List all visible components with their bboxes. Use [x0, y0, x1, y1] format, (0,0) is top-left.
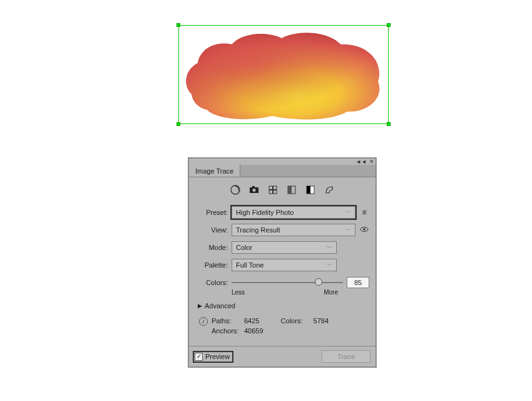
svg-rect-11 — [307, 186, 310, 194]
view-label: View: — [195, 226, 228, 234]
chevron-down-icon: ﹀ — [345, 209, 351, 217]
grayscale-icon[interactable] — [285, 184, 298, 196]
svg-rect-9 — [288, 186, 292, 194]
colors-slider[interactable] — [232, 277, 343, 288]
svg-point-13 — [363, 228, 366, 231]
outline-icon[interactable] — [323, 184, 335, 196]
preview-checkbox[interactable]: ✓ Preview — [194, 352, 232, 362]
collapse-icon[interactable]: ◄◄ — [356, 159, 367, 165]
close-icon[interactable]: ✕ — [369, 159, 374, 165]
chevron-down-icon: ﹀ — [327, 261, 332, 269]
trace-stats: i Paths:6425 Anchors:40659 Colors:5784 — [195, 313, 369, 342]
mode-label: Mode: — [195, 244, 228, 251]
selected-artwork[interactable] — [178, 25, 389, 124]
colors-input[interactable]: 85 — [347, 277, 369, 288]
preset-menu-icon[interactable]: ≡ — [359, 208, 369, 217]
svg-rect-5 — [274, 186, 277, 190]
panel-tabs: Image Trace — [189, 165, 376, 177]
selection-handle[interactable] — [176, 23, 180, 27]
advanced-toggle[interactable]: ▶ Advanced — [195, 298, 369, 313]
trace-button: Trace — [322, 350, 371, 363]
watercolor-image — [179, 26, 388, 124]
selection-handle[interactable] — [387, 122, 391, 126]
view-select[interactable]: Tracing Result﹀ — [232, 224, 356, 236]
triangle-right-icon: ▶ — [198, 303, 202, 309]
camera-icon[interactable] — [248, 184, 260, 196]
info-icon: i — [199, 317, 208, 326]
preset-label: Preset: — [195, 209, 228, 216]
mode-select[interactable]: Color﹀ — [232, 241, 337, 254]
swatch-icon[interactable] — [267, 184, 279, 196]
bw-icon[interactable] — [304, 184, 317, 196]
slider-thumb[interactable] — [315, 278, 322, 286]
checkbox-icon: ✓ — [195, 353, 203, 361]
selection-handle[interactable] — [387, 23, 391, 27]
colors-label: Colors: — [195, 279, 228, 286]
svg-point-2 — [253, 189, 256, 192]
slider-max-label: More — [324, 289, 338, 296]
svg-rect-3 — [252, 186, 255, 188]
selection-handle[interactable] — [176, 122, 180, 126]
chevron-down-icon: ﹀ — [327, 244, 332, 252]
slider-min-label: Less — [232, 289, 245, 296]
tab-image-trace[interactable]: Image Trace — [189, 165, 240, 177]
svg-rect-7 — [274, 190, 277, 194]
panel-titlebar: ◄◄ ✕ — [189, 159, 376, 165]
eye-icon[interactable] — [359, 225, 369, 236]
palette-select[interactable]: Full Tone﹀ — [232, 259, 337, 271]
preset-select[interactable]: High Fidelity Photo﹀ — [232, 206, 356, 219]
svg-rect-6 — [269, 190, 273, 194]
trace-preset-icons — [189, 177, 376, 201]
auto-color-icon[interactable] — [229, 184, 242, 196]
palette-label: Palette: — [195, 261, 228, 269]
chevron-down-icon: ﹀ — [345, 226, 351, 234]
image-trace-panel: ◄◄ ✕ Image Trace Preset: High Fidelity P… — [188, 158, 376, 367]
svg-rect-4 — [269, 186, 273, 190]
